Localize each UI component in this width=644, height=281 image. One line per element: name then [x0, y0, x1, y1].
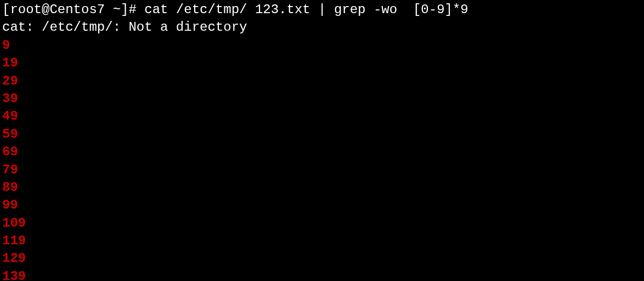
grep-match-line: 99 [2, 196, 642, 214]
grep-match-line: 89 [2, 179, 642, 196]
grep-match-line: 109 [2, 215, 642, 232]
command-text: cat /etc/tmp/ 123.txt | grep -wo [0-9]*9 [137, 2, 468, 17]
grep-match-line: 129 [2, 250, 642, 267]
grep-match-line: 139 [2, 268, 642, 281]
error-output-line: cat: /etc/tmp/: Not a directory [2, 19, 642, 36]
grep-match-line: 119 [2, 232, 642, 250]
grep-match-line: 49 [2, 108, 642, 125]
command-prompt-line: [root@Centos7 ~]# cat /etc/tmp/ 123.txt … [2, 1, 642, 19]
grep-match-line: 19 [2, 54, 642, 72]
grep-match-line: 59 [2, 126, 642, 143]
grep-match-line: 79 [2, 161, 642, 179]
prompt-prefix: [root@Centos7 ~]# [2, 2, 137, 17]
grep-match-line: 29 [2, 72, 642, 90]
grep-match-line: 39 [2, 90, 642, 108]
grep-match-line: 69 [2, 143, 642, 161]
grep-match-line: 9 [2, 37, 642, 54]
